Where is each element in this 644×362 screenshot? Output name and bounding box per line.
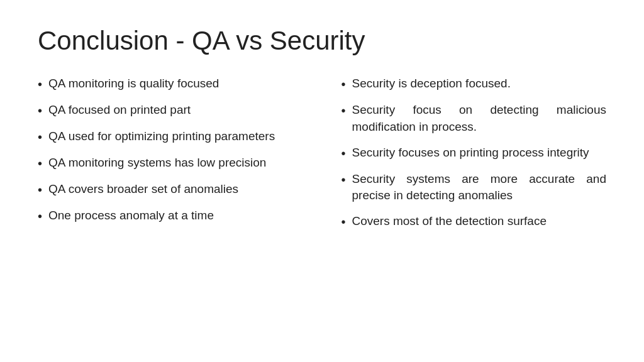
left-item-text: QA covers broader set of anomalies [48, 181, 303, 198]
left-item-text: QA used for optimizing printing paramete… [48, 128, 303, 145]
right-item-text: Covers most of the detection surface [352, 213, 606, 230]
right-item-text: Security is deception focused. [352, 75, 606, 92]
bullet-icon: • [341, 102, 346, 119]
left-list-item: •QA monitoring is quality focused [38, 75, 303, 93]
bullet-icon: • [38, 155, 42, 172]
bullet-icon: • [341, 171, 346, 189]
right-list-item: •Security focus on detecting malicious m… [341, 102, 607, 135]
left-bullet-list: •QA monitoring is quality focused•QA foc… [38, 75, 303, 234]
bullet-icon: • [38, 128, 42, 146]
left-list-item: •One process anomaly at a time [38, 207, 303, 225]
left-list-item: •QA used for optimizing printing paramet… [38, 128, 303, 146]
right-item-text: Security focuses on printing process int… [352, 145, 606, 162]
right-bullet-list: •Security is deception focused.•Security… [341, 75, 607, 239]
left-list-item: •QA monitoring systems has low precision [38, 155, 303, 172]
right-list-item: •Security systems are more accurate and … [341, 171, 607, 204]
right-item-text: Security systems are more accurate and p… [352, 171, 606, 204]
left-item-text: QA focused on printed part [48, 102, 303, 119]
right-list-item: •Security focuses on printing process in… [341, 145, 607, 162]
right-list-item: •Security is deception focused. [341, 75, 607, 93]
bullet-icon: • [341, 145, 346, 162]
left-list-item: •QA covers broader set of anomalies [38, 181, 303, 199]
left-item-text: QA monitoring is quality focused [48, 75, 303, 92]
right-item-text: Security focus on detecting malicious mo… [352, 102, 606, 135]
left-item-text: One process anomaly at a time [48, 207, 303, 224]
bullet-icon: • [38, 75, 42, 93]
bullet-icon: • [38, 181, 42, 199]
left-column: •QA monitoring is quality focused•QA foc… [38, 75, 303, 337]
right-column: •Security is deception focused.•Security… [341, 75, 607, 337]
slide: Conclusion - QA vs Security •QA monitori… [0, 0, 644, 362]
bullet-icon: • [341, 75, 346, 93]
slide-title: Conclusion - QA vs Security [38, 25, 606, 57]
bullet-icon: • [38, 207, 42, 225]
bullet-icon: • [341, 213, 346, 231]
right-list-item: •Covers most of the detection surface [341, 213, 607, 231]
left-list-item: •QA focused on printed part [38, 102, 303, 119]
content-area: •QA monitoring is quality focused•QA foc… [38, 75, 606, 337]
column-divider [322, 75, 323, 337]
bullet-icon: • [38, 102, 42, 119]
left-item-text: QA monitoring systems has low precision [48, 155, 303, 172]
